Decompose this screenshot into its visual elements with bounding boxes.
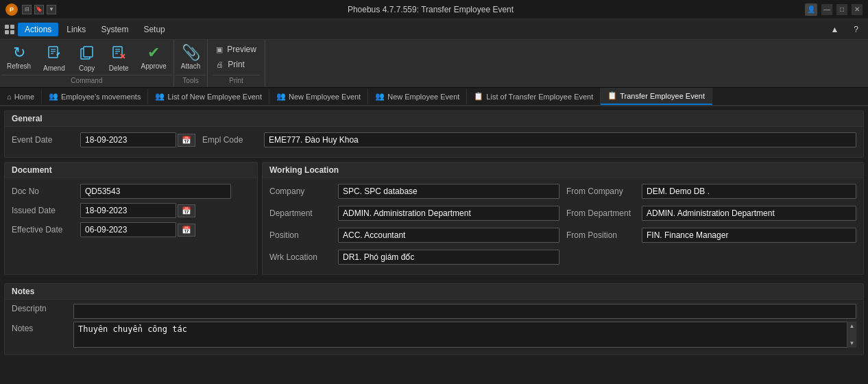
- company-select[interactable]: SPC. SPC database: [338, 184, 559, 199]
- copy-label: Copy: [79, 64, 95, 72]
- preview-button[interactable]: ▣ Preview: [213, 43, 259, 56]
- breadcrumb-bar: ⌂ Home 👥 Employee's movements 👥 List of …: [0, 88, 868, 106]
- descriptn-row: Descriptn: [12, 304, 856, 319]
- general-section: General Event Date 📅 Empl Code EME777. Đ…: [4, 110, 864, 158]
- working-location-section: Working Location Company SPC. SPC databa…: [262, 162, 864, 275]
- position-row: Position ACC. Accountant: [269, 228, 559, 243]
- issued-date-wrap: 📅: [80, 203, 195, 218]
- document-section: Document Doc No Issued Date 📅 Effective …: [4, 162, 258, 275]
- breadcrumb-new-emp-event2[interactable]: 👥 New Employee Event: [368, 88, 467, 104]
- breadcrumb-transfer-event[interactable]: 📋 Transfer Employee Event: [601, 88, 712, 105]
- empl-code-wrap: EME777. Đào Huy Khoa: [264, 132, 856, 147]
- window-icon-1[interactable]: ⊟: [22, 5, 32, 14]
- emp-movements-icon: 👥: [49, 92, 58, 101]
- descriptn-input[interactable]: [73, 304, 856, 319]
- wrk-location-label: Wrk Location: [269, 252, 331, 262]
- notes-textarea-wrap: Thuyên chuyển công tác ▲ ▼: [73, 322, 856, 348]
- department-select[interactable]: ADMIN. Administration Department: [338, 206, 559, 221]
- from-company-label: From Company: [566, 187, 635, 196]
- department-wrap: ADMIN. Administration Department: [338, 206, 559, 221]
- svg-rect-5: [84, 47, 93, 57]
- amend-button[interactable]: Amend: [38, 43, 71, 75]
- attach-icon: 📎: [182, 45, 200, 60]
- from-company-row: From Company DEM. Demo DB .: [566, 184, 856, 199]
- menu-links[interactable]: Links: [60, 23, 93, 36]
- help-button[interactable]: ?: [847, 23, 865, 36]
- collapse-button[interactable]: ▲: [823, 23, 845, 36]
- issued-date-input[interactable]: [80, 203, 176, 218]
- general-section-header: General: [5, 111, 863, 127]
- refresh-button[interactable]: ↻ Refresh: [1, 43, 36, 73]
- doc-work-row: Document Doc No Issued Date 📅 Effective …: [4, 162, 864, 279]
- delete-button[interactable]: Delete: [104, 43, 134, 75]
- title-bar-icons: ⊟ 🔖 ▼: [22, 5, 56, 14]
- notes-textarea[interactable]: Thuyên chuyển công tác: [73, 322, 856, 348]
- descriptn-label: Descriptn: [12, 304, 67, 313]
- from-position-row: From Position FIN. Finance Manager: [566, 228, 856, 243]
- from-department-wrap: ADMIN. Administration Department: [642, 206, 856, 221]
- preview-icon: ▣: [216, 45, 223, 54]
- notes-section-header: Notes: [5, 284, 863, 300]
- user-icon[interactable]: 👤: [805, 3, 817, 16]
- effective-date-cal-btn[interactable]: 📅: [178, 224, 195, 237]
- wrk-location-wrap: DR1. Phó giám đốc: [338, 250, 559, 265]
- command-buttons: ↻ Refresh Amend Copy Delete: [1, 43, 172, 75]
- restore-button[interactable]: □: [836, 4, 847, 15]
- toolbar: ↻ Refresh Amend Copy Delete: [0, 40, 868, 88]
- position-select[interactable]: ACC. Accountant: [338, 228, 559, 243]
- minimize-button[interactable]: —: [821, 4, 832, 15]
- from-company-select[interactable]: DEM. Demo DB .: [642, 184, 856, 199]
- company-row: Company SPC. SPC database: [269, 184, 559, 199]
- approve-icon: ✔: [147, 45, 160, 60]
- breadcrumb-new-emp-event2-label: New Employee Event: [387, 93, 459, 101]
- title-bar-left: P ⊟ 🔖 ▼: [5, 3, 56, 16]
- from-position-select[interactable]: FIN. Finance Manager: [642, 228, 856, 243]
- window-icon-2[interactable]: 🔖: [34, 5, 44, 14]
- breadcrumb-list-transfer[interactable]: 📋 List of Transfer Employee Event: [467, 88, 601, 104]
- notes-section: Notes Descriptn Notes Thuyên chuyển công…: [4, 283, 864, 355]
- doc-no-input[interactable]: [80, 184, 231, 199]
- event-date-input[interactable]: [80, 132, 176, 147]
- menu-system[interactable]: System: [94, 23, 135, 36]
- company-label: Company: [269, 187, 331, 196]
- attach-label: Attach: [181, 62, 200, 70]
- event-date-cal-btn[interactable]: 📅: [178, 134, 195, 147]
- doc-no-row: Doc No: [12, 184, 250, 199]
- copy-icon: [80, 45, 95, 62]
- from-department-select[interactable]: ADMIN. Administration Department: [642, 206, 856, 221]
- close-button[interactable]: ✕: [852, 4, 863, 15]
- attach-button[interactable]: 📎 Attach: [176, 43, 206, 73]
- wrk-location-select[interactable]: DR1. Phó giám đốc: [338, 250, 559, 265]
- breadcrumb-emp-movements[interactable]: 👥 Employee's movements: [42, 88, 148, 104]
- working-location-header: Working Location: [263, 163, 863, 178]
- empl-code-select[interactable]: EME777. Đào Huy Khoa: [264, 132, 856, 147]
- tools-section-label: Tools: [176, 75, 206, 84]
- effective-date-input[interactable]: [80, 222, 176, 237]
- list-transfer-icon: 📋: [474, 92, 483, 101]
- notes-row-field: Notes Thuyên chuyển công tác ▲ ▼: [12, 322, 856, 348]
- window-icon-3[interactable]: ▼: [47, 5, 56, 14]
- issued-date-cal-btn[interactable]: 📅: [178, 204, 195, 217]
- app-logo: P: [5, 3, 18, 16]
- print-button[interactable]: 🖨 Print: [213, 58, 259, 71]
- new-emp2-icon: 👥: [375, 92, 385, 101]
- refresh-icon: ↻: [13, 45, 25, 60]
- breadcrumb-list-new-emp[interactable]: 👥 List of New Employee Event: [148, 88, 269, 104]
- copy-button[interactable]: Copy: [72, 43, 102, 75]
- document-section-body: Doc No Issued Date 📅 Effective Date 📅: [5, 178, 257, 247]
- from-department-label: From Department: [566, 208, 635, 218]
- general-section-body: Event Date 📅 Empl Code EME777. Đào Huy K…: [5, 127, 863, 157]
- menu-setup[interactable]: Setup: [136, 23, 171, 36]
- effective-date-label: Effective Date: [12, 225, 73, 235]
- from-department-row: From Department ADMIN. Administration De…: [566, 206, 856, 221]
- approve-button[interactable]: ✔ Approve: [136, 43, 172, 73]
- menu-actions[interactable]: Actions: [18, 23, 58, 36]
- print-label: Print: [228, 60, 245, 69]
- position-label: Position: [269, 230, 331, 240]
- position-wrap: ACC. Accountant: [338, 228, 559, 243]
- new-emp1-icon: 👥: [276, 92, 286, 101]
- event-date-wrap: 📅: [80, 132, 195, 147]
- breadcrumb-home[interactable]: ⌂ Home: [0, 89, 42, 104]
- breadcrumb-new-emp-event1[interactable]: 👥 New Employee Event: [269, 88, 368, 104]
- app-grid-icon[interactable]: [3, 23, 16, 36]
